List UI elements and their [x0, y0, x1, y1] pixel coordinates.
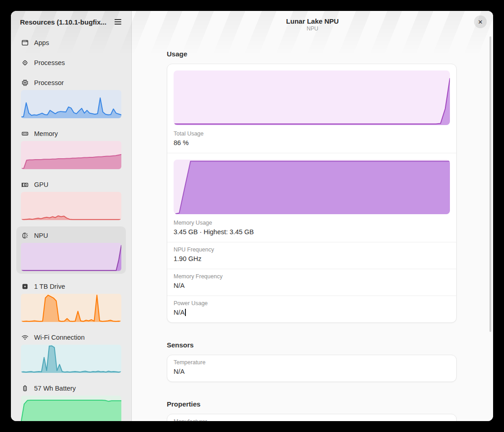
npu-memory-usage-chart	[174, 160, 450, 214]
sidebar-item-label: Processes	[34, 59, 65, 66]
processes-icon	[21, 59, 29, 67]
processor-icon	[21, 79, 29, 87]
section-usage: UsageTotal Usage86 %Memory Usage3.45 GB …	[167, 50, 457, 323]
npu-total-usage-chart	[174, 70, 450, 125]
main-header: Lunar Lake NPU NPU ✕	[132, 11, 493, 43]
info-value: N/A	[174, 367, 450, 377]
info-label: Power Usage	[174, 300, 450, 307]
sidebar-item-apps[interactable]: Apps	[16, 34, 126, 52]
info-value: 86 %	[174, 138, 450, 148]
sidebar-item-label: GPU	[34, 181, 48, 188]
apps-icon	[21, 39, 29, 47]
sidebar-item-processes[interactable]: Processes	[16, 54, 126, 72]
info-label: Manufacturer	[174, 418, 450, 421]
info-label: Memory Usage	[174, 219, 450, 227]
page-subtitle: NPU	[132, 25, 493, 32]
section-title: Sensors	[167, 341, 457, 349]
info-value: 1.90 GHz	[174, 254, 450, 264]
battery-icon	[21, 385, 29, 392]
sidebar-item-processor[interactable]: Processor	[16, 74, 126, 121]
info-label: Total Usage	[174, 130, 450, 138]
sidebar-item-battery[interactable]: 57 Wh Battery	[16, 379, 126, 421]
page-title: Lunar Lake NPU	[132, 11, 493, 25]
wifi-icon	[21, 334, 29, 342]
sidebar-header: Resources (1.10.1-bugfix...	[16, 14, 126, 30]
info-card: TemperatureN/A	[167, 355, 457, 382]
sidebar-item-row: GPU	[21, 178, 121, 191]
section-sensors: SensorsTemperatureN/A	[167, 341, 457, 382]
sidebar: Resources (1.10.1-bugfix... AppsProcesse…	[11, 11, 132, 421]
info-value: N/A	[174, 308, 450, 317]
sidebar-item-wifi[interactable]: Wi-Fi Connection	[16, 328, 126, 376]
info-label: Memory Frequency	[174, 273, 450, 281]
section-title: Usage	[167, 50, 457, 58]
sidebar-item-label: NPU	[34, 232, 48, 239]
vertical-scrollbar[interactable]	[489, 36, 491, 332]
close-icon: ✕	[478, 19, 483, 25]
info-row: Memory FrequencyN/A	[167, 269, 456, 296]
sidebar-item-gpu[interactable]: GPU	[16, 176, 126, 223]
info-label: Temperature	[174, 359, 450, 367]
sidebar-item-label: Apps	[34, 39, 49, 46]
close-button[interactable]: ✕	[474, 15, 487, 28]
section-properties: PropertiesManufacturerIntel Corporation	[167, 400, 457, 421]
gpu-icon	[21, 181, 29, 189]
sidebar-item-label: 57 Wh Battery	[34, 385, 76, 392]
info-label: NPU Frequency	[174, 246, 450, 254]
info-row: Memory Usage3.45 GB · Highest: 3.45 GB	[167, 153, 456, 242]
sidebar-item-row: Processes	[21, 56, 121, 69]
battery-sparkline	[21, 396, 121, 421]
sidebar-item-drive[interactable]: 1 TB Drive	[16, 277, 126, 325]
main-panel: Lunar Lake NPU NPU ✕ UsageTotal Usage86 …	[132, 11, 493, 421]
info-row: ManufacturerIntel Corporation	[167, 414, 456, 421]
drive-icon	[21, 283, 29, 291]
sidebar-list: AppsProcessesProcessorMemoryGPUNPU1 TB D…	[16, 34, 126, 421]
app-window: Resources (1.10.1-bugfix... AppsProcesse…	[11, 11, 493, 421]
npu-icon	[21, 232, 29, 240]
info-row: Total Usage86 %	[167, 64, 456, 153]
sidebar-item-memory[interactable]: Memory	[16, 125, 126, 172]
gpu-sparkline	[21, 192, 121, 220]
sidebar-item-label: Processor	[34, 79, 64, 86]
sidebar-item-row: NPU	[21, 229, 121, 242]
memory-sparkline	[21, 141, 121, 169]
sidebar-item-row: Apps	[21, 36, 121, 49]
info-row: TemperatureN/A	[167, 355, 456, 382]
drive-sparkline	[21, 294, 121, 322]
window-title: Resources (1.10.1-bugfix...	[20, 18, 106, 26]
info-row: Power UsageN/A	[167, 296, 456, 322]
sidebar-item-label: Memory	[34, 130, 58, 137]
processor-sparkline	[21, 90, 121, 118]
section-title: Properties	[167, 400, 457, 408]
sidebar-item-row: Wi-Fi Connection	[21, 331, 121, 344]
sidebar-item-row: 1 TB Drive	[21, 280, 121, 293]
info-card: Total Usage86 %Memory Usage3.45 GB · Hig…	[167, 64, 457, 323]
info-card: ManufacturerIntel Corporation	[167, 414, 457, 421]
sidebar-item-label: 1 TB Drive	[34, 283, 65, 290]
hamburger-menu-button[interactable]	[110, 15, 125, 29]
detail-content: UsageTotal Usage86 %Memory Usage3.45 GB …	[167, 43, 457, 421]
sidebar-item-npu[interactable]: NPU	[16, 226, 126, 274]
wifi-sparkline	[21, 345, 121, 373]
info-value: 3.45 GB · Highest: 3.45 GB	[174, 227, 450, 237]
sidebar-item-row: Memory	[21, 127, 121, 140]
sidebar-item-row: Processor	[21, 76, 121, 89]
memory-icon	[21, 130, 29, 138]
info-row: NPU Frequency1.90 GHz	[167, 242, 456, 269]
npu-sparkline	[21, 243, 121, 271]
sidebar-item-row: 57 Wh Battery	[21, 382, 121, 395]
text-cursor	[185, 309, 186, 316]
info-value: N/A	[174, 281, 450, 291]
sidebar-item-label: Wi-Fi Connection	[34, 334, 85, 341]
